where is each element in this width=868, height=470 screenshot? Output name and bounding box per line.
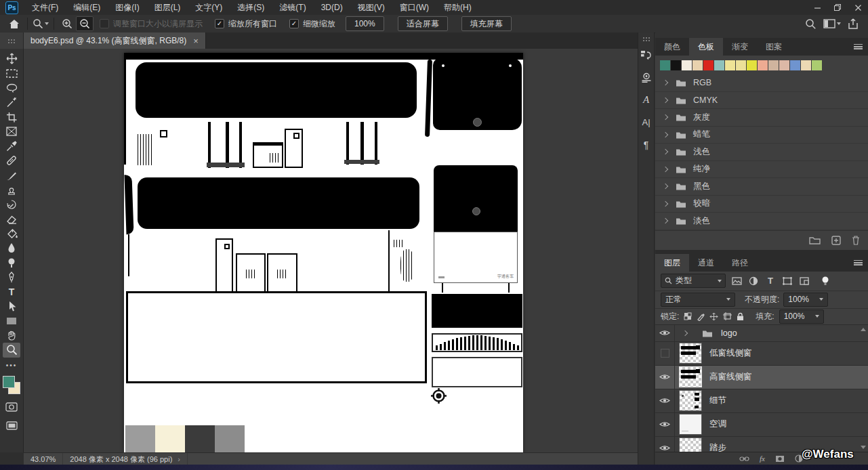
swatch-chip[interactable] [714, 60, 724, 70]
layer-style-fx-icon[interactable]: fx [760, 454, 765, 463]
lock-transparency-icon[interactable] [684, 312, 692, 320]
chevron-right-icon[interactable] [663, 98, 668, 103]
layer-thumbnail[interactable] [680, 391, 701, 410]
history-brush-tool[interactable] [3, 197, 20, 212]
pen-tool[interactable] [3, 270, 20, 285]
lock-all-icon[interactable] [737, 312, 744, 321]
opacity-dropdown[interactable]: 100% [783, 293, 828, 307]
swatch-chip[interactable] [779, 60, 789, 70]
lasso-tool[interactable] [3, 81, 20, 95]
filter-type-dropdown[interactable]: 类型 [661, 274, 726, 288]
filter-smart-objects-icon[interactable] [798, 275, 810, 287]
zoom-percentage[interactable]: 43.07% [24, 453, 63, 465]
visibility-eye-icon[interactable] [655, 413, 675, 436]
zoom-out-icon[interactable] [76, 16, 94, 31]
layer-thumbnail[interactable] [680, 414, 701, 434]
document-canvas[interactable]: 宇通客车 [124, 53, 523, 452]
restore-button[interactable] [827, 1, 848, 15]
swatch-group-row[interactable]: 黑色 [655, 178, 868, 196]
hand-tool[interactable] [3, 328, 20, 343]
tab-close-icon[interactable]: × [193, 37, 199, 45]
new-swatch-icon[interactable] [831, 236, 841, 245]
checkbox-icon[interactable]: ✓ [289, 19, 299, 28]
menu-item[interactable]: 3D(D) [314, 1, 350, 15]
filter-pixel-layers-icon[interactable] [730, 275, 743, 287]
menu-item[interactable]: 窗口(W) [392, 1, 436, 15]
fit-screen-button[interactable]: 适合屏幕 [398, 16, 448, 31]
frame-tool[interactable] [3, 125, 20, 140]
crop-tool[interactable] [3, 110, 20, 125]
swatch-chip[interactable] [747, 60, 757, 70]
move-tool[interactable] [3, 51, 20, 66]
swatch-chip[interactable] [703, 60, 714, 70]
minimize-button[interactable] [807, 1, 827, 15]
dodge-tool[interactable] [3, 255, 20, 270]
swatch-chip[interactable] [736, 60, 746, 70]
toolbar-collapse-handle[interactable] [0, 33, 24, 49]
status-expand-icon[interactable]: › [178, 455, 180, 463]
zoom-in-icon[interactable] [58, 16, 76, 31]
swatch-chip[interactable] [725, 60, 735, 70]
link-layers-icon[interactable] [739, 456, 749, 462]
visibility-checkbox[interactable] [661, 349, 669, 358]
swatch-chip[interactable] [768, 60, 779, 70]
screen-mode-icon[interactable] [3, 419, 20, 433]
scroll-up-icon[interactable] [861, 328, 866, 331]
visibility-eye-icon[interactable] [655, 389, 675, 412]
rectangular-marquee-tool[interactable] [3, 66, 20, 81]
chevron-right-icon[interactable] [663, 201, 668, 207]
visibility-eye-icon[interactable] [655, 366, 675, 389]
color-chips[interactable] [3, 376, 20, 395]
layers-tab[interactable]: 通道 [689, 254, 723, 272]
visibility-eye-icon[interactable] [655, 342, 675, 365]
character-panel-icon[interactable]: A| [638, 111, 655, 133]
layer-row[interactable]: 高窗线侧窗 [655, 366, 868, 389]
blur-tool[interactable] [3, 241, 20, 256]
chevron-right-icon[interactable] [682, 330, 688, 335]
swatch-group-row[interactable]: RGB [655, 74, 868, 92]
edit-toolbar-icon[interactable]: ••• [6, 362, 18, 369]
chevron-right-icon[interactable] [663, 218, 668, 223]
layers-tab[interactable]: 路径 [723, 254, 757, 272]
layer-row[interactable]: 低窗线侧窗 [655, 342, 868, 366]
zoom-tool[interactable] [3, 343, 20, 358]
swatch-group-row[interactable]: 纯净 [655, 161, 868, 179]
swatch-group-row[interactable]: 蜡笔 [655, 127, 868, 144]
quick-mask-icon[interactable] [3, 400, 20, 415]
swatch-chip[interactable] [660, 60, 670, 70]
swatches-tab[interactable]: 渐变 [723, 38, 757, 56]
filter-type-layers-icon[interactable]: T [764, 275, 777, 287]
panel-menu-icon[interactable] [854, 260, 863, 265]
document-tab[interactable]: bodyE6.psd @ 43.1% (高窗线侧窗, RGB/8) × [24, 33, 206, 49]
swatch-group-row[interactable]: CMYK [655, 92, 868, 110]
document-info[interactable]: 2048 像素 x 2048 像素 (96 ppi) › [63, 453, 188, 465]
swatch-group-row[interactable]: 较暗 [655, 196, 868, 213]
layer-thumbnail[interactable] [680, 438, 701, 452]
lock-position-icon[interactable] [709, 312, 718, 321]
blend-mode-dropdown[interactable]: 正常 [661, 293, 735, 307]
swatch-chip[interactable] [758, 60, 768, 70]
path-selection-tool[interactable] [3, 299, 20, 314]
visibility-eye-icon[interactable] [655, 325, 675, 341]
home-icon[interactable] [5, 16, 23, 31]
paint-bucket-tool[interactable] [3, 226, 20, 241]
chevron-right-icon[interactable] [663, 114, 668, 120]
properties-panel-icon[interactable] [638, 66, 655, 89]
glyphs-panel-icon[interactable]: A [638, 89, 655, 111]
chevron-right-icon[interactable] [663, 149, 668, 154]
fill-dropdown[interactable]: 100% [779, 309, 824, 324]
visibility-eye-icon[interactable] [655, 437, 675, 452]
workspace-switcher-icon[interactable] [823, 19, 841, 28]
layer-mask-icon[interactable] [775, 455, 785, 463]
zoom-level-button[interactable]: 100% [346, 16, 384, 31]
delete-trash-icon[interactable] [852, 236, 860, 245]
history-panel-icon[interactable] [638, 44, 655, 66]
eraser-tool[interactable] [3, 212, 20, 227]
swatch-group-row[interactable]: 浅色 [655, 144, 868, 161]
foreground-color-chip[interactable] [3, 376, 15, 388]
menu-item[interactable]: 帮助(H) [436, 1, 479, 15]
menu-item[interactable]: 图层(L) [147, 1, 188, 15]
swatches-tab[interactable]: 色板 [689, 38, 723, 56]
swatch-chip[interactable] [671, 60, 681, 70]
magic-wand-tool[interactable] [3, 95, 20, 110]
